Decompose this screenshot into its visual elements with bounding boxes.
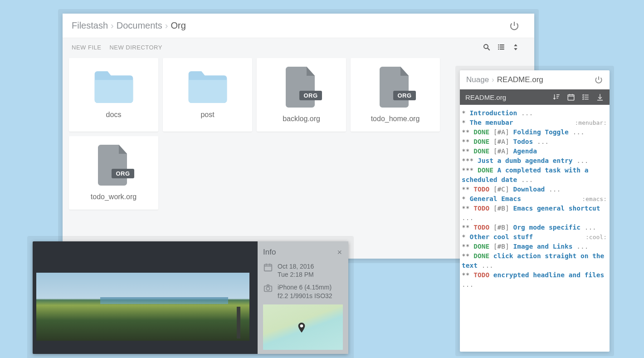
breadcrumb-item[interactable]: Documents bbox=[117, 20, 162, 31]
filebrowser-toolbar: NEW FILE NEW DIRECTORY bbox=[63, 38, 534, 54]
org-badge: ORG bbox=[393, 91, 415, 100]
checklist-icon[interactable] bbox=[581, 93, 590, 101]
info-title: Info bbox=[263, 248, 343, 257]
breadcrumb: Filestash › Documents › Org bbox=[72, 20, 186, 31]
org-headline[interactable]: *** Just a dumb agenda entry ... bbox=[462, 156, 608, 166]
svg-point-0 bbox=[484, 44, 488, 49]
breadcrumb-item-current: Org bbox=[171, 20, 186, 31]
sort-desc-icon[interactable] bbox=[552, 93, 561, 101]
sort-icon[interactable] bbox=[512, 43, 520, 51]
tile-label: backlog.org bbox=[283, 115, 320, 123]
power-icon[interactable] bbox=[509, 20, 520, 31]
org-badge: ORG bbox=[299, 91, 322, 100]
camera-icon bbox=[263, 283, 273, 293]
svg-rect-8 bbox=[568, 95, 574, 100]
info-pane: Info × Oct 18, 2016 Tue 2:18 PM iPhone 6… bbox=[258, 241, 348, 354]
photo-area bbox=[33, 241, 258, 354]
folder-tile[interactable]: post bbox=[163, 58, 252, 132]
new-directory-button[interactable]: NEW DIRECTORY bbox=[109, 44, 162, 51]
panorama-image[interactable] bbox=[36, 273, 249, 341]
svg-rect-4 bbox=[498, 49, 499, 49]
file-icon bbox=[98, 145, 130, 186]
chevron-right-icon: › bbox=[111, 20, 114, 31]
org-headline[interactable]: ** TODO encrypted headline and files ... bbox=[462, 270, 608, 289]
breadcrumb: Nuage › README.org bbox=[466, 75, 543, 84]
photo-date: Oct 18, 2016 bbox=[278, 262, 314, 270]
tile-label: post bbox=[200, 111, 214, 119]
file-icon bbox=[380, 67, 411, 108]
search-icon[interactable] bbox=[483, 43, 491, 51]
editor-window-shadow: Nuage › README.org README.org * Introduc… bbox=[455, 66, 614, 356]
breadcrumb-item[interactable]: Filestash bbox=[72, 20, 108, 31]
tab-filename[interactable]: README.org bbox=[465, 93, 506, 101]
folder-icon bbox=[187, 71, 229, 103]
tile-label: todo_work.org bbox=[91, 193, 137, 201]
calendar-icon[interactable] bbox=[567, 93, 575, 101]
editor-window: Nuage › README.org README.org * Introduc… bbox=[460, 70, 610, 352]
org-headline[interactable]: ** DONE click action straight on the tex… bbox=[462, 251, 608, 270]
folder-icon bbox=[93, 71, 135, 103]
org-headline[interactable]: * General Emacs:emacs: bbox=[462, 194, 608, 204]
calendar-icon bbox=[263, 262, 273, 272]
file-icon bbox=[286, 67, 317, 108]
org-headline[interactable]: * Introduction ... bbox=[462, 108, 608, 118]
new-file-button[interactable]: NEW FILE bbox=[72, 44, 101, 51]
file-tile[interactable]: ORGtodo_work.org bbox=[69, 136, 158, 210]
file-tile[interactable]: ORGbacklog.org bbox=[257, 58, 346, 132]
file-tile[interactable]: ORGtodo_home.org bbox=[351, 58, 440, 132]
breadcrumb-item-current: README.org bbox=[497, 75, 543, 84]
editor-header: Nuage › README.org bbox=[460, 70, 610, 89]
editor-body[interactable]: * Introduction ...* The menubar:menubar:… bbox=[460, 105, 610, 352]
tile-label: todo_home.org bbox=[371, 115, 420, 123]
org-headline[interactable]: ** DONE [#A] Todos ... bbox=[462, 137, 608, 147]
svg-rect-2 bbox=[498, 44, 499, 45]
power-icon[interactable] bbox=[594, 75, 603, 84]
filebrowser-header: Filestash › Documents › Org bbox=[63, 14, 534, 38]
svg-rect-5 bbox=[500, 44, 504, 45]
chevron-right-icon: › bbox=[492, 75, 494, 84]
org-headline[interactable]: ** DONE [#B] Image and Links ... bbox=[462, 242, 608, 251]
photo-time: Tue 2:18 PM bbox=[278, 270, 314, 279]
org-headline[interactable]: ** DONE [#A] Agenda bbox=[462, 147, 608, 156]
map-pin-icon bbox=[298, 323, 305, 333]
org-headline[interactable]: ** TODO [#C] Download ... bbox=[462, 185, 608, 194]
svg-rect-9 bbox=[264, 265, 272, 271]
photo-window-shadow: Info × Oct 18, 2016 Tue 2:18 PM iPhone 6… bbox=[27, 236, 354, 358]
editor-tabbar: README.org bbox=[460, 89, 610, 105]
svg-point-12 bbox=[300, 324, 303, 328]
svg-point-11 bbox=[266, 287, 269, 290]
org-headline[interactable]: * Other cool stuff:cool: bbox=[462, 232, 608, 242]
org-headline[interactable]: * The menubar:menubar: bbox=[462, 118, 608, 128]
org-headline[interactable]: ** DONE [#A] Folding Toggle ... bbox=[462, 128, 608, 137]
svg-rect-7 bbox=[500, 49, 504, 49]
download-icon[interactable] bbox=[596, 93, 604, 101]
org-headline[interactable]: ** TODO [#B] Org mode specific ... bbox=[462, 223, 608, 232]
photo-exposure: f2.2 1/9901s ISO32 bbox=[278, 292, 332, 300]
org-badge: ORG bbox=[112, 169, 134, 178]
photo-window: Info × Oct 18, 2016 Tue 2:18 PM iPhone 6… bbox=[33, 241, 348, 354]
chevron-right-icon: › bbox=[165, 20, 168, 31]
org-headline[interactable]: *** DONE A completed task with a schedul… bbox=[462, 166, 608, 185]
close-icon[interactable]: × bbox=[337, 248, 342, 257]
photo-camera: iPhone 6 (4.15mm) bbox=[278, 283, 332, 291]
folder-tile[interactable]: docs bbox=[69, 58, 158, 132]
list-view-icon[interactable] bbox=[497, 43, 505, 51]
tile-label: docs bbox=[106, 111, 122, 119]
svg-rect-6 bbox=[500, 47, 504, 48]
org-headline[interactable]: ** TODO [#B] Emacs general shortcut ... bbox=[462, 204, 608, 223]
svg-rect-3 bbox=[498, 47, 499, 48]
breadcrumb-item[interactable]: Nuage bbox=[466, 75, 489, 84]
mini-map[interactable] bbox=[263, 304, 343, 350]
svg-line-1 bbox=[488, 48, 490, 50]
